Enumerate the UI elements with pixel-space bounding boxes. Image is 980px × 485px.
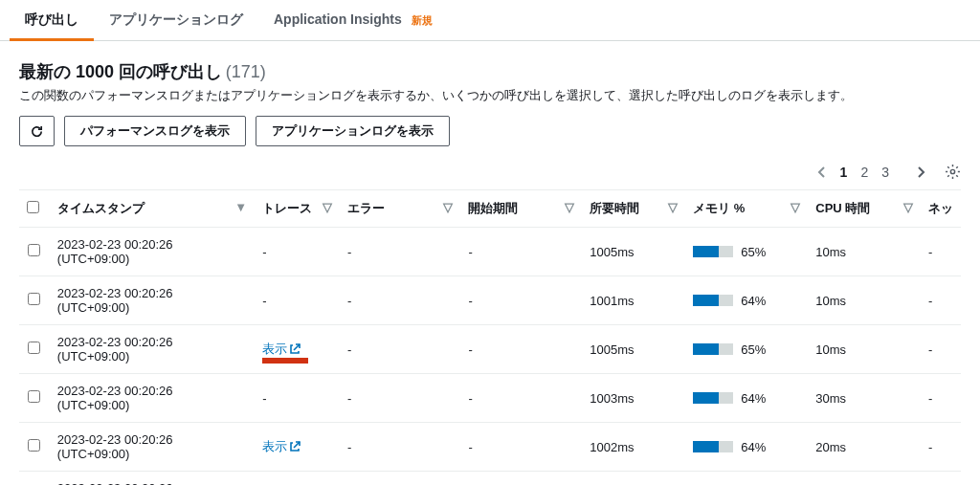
row-checkbox[interactable] xyxy=(28,439,40,452)
row-checkbox[interactable] xyxy=(28,293,40,305)
caret-down-icon: ▽ xyxy=(903,200,913,214)
cell-network: - xyxy=(921,325,961,374)
cell-trace: - xyxy=(255,472,340,486)
caret-down-icon: ▽ xyxy=(791,200,800,214)
tab-invocations[interactable]: 呼び出し xyxy=(10,0,94,40)
new-badge: 新規 xyxy=(412,14,433,26)
select-all-checkbox[interactable] xyxy=(27,201,39,213)
cell-network: - xyxy=(921,374,961,423)
caret-down-icon: ▽ xyxy=(565,200,574,214)
cell-start: - xyxy=(460,472,582,486)
memory-value: 65% xyxy=(741,245,766,259)
cell-trace: - xyxy=(255,228,340,276)
memory-bar xyxy=(693,295,733,306)
tabs: 呼び出し アプリケーションログ Application Insights 新規 xyxy=(0,0,980,41)
page-1[interactable]: 1 xyxy=(840,165,848,180)
trace-link[interactable]: 表示 xyxy=(262,438,301,455)
cell-duration: 1003ms xyxy=(582,374,685,423)
invocations-table: タイムスタンプ▼ トレース▽ エラー▽ 開始期間▽ 所要時間▽ メモリ %▽ C… xyxy=(19,189,961,485)
col-select-all[interactable] xyxy=(19,190,50,228)
memory-bar xyxy=(693,246,733,257)
cell-timestamp: 2023-02-23 00:20:26 (UTC+09:00) xyxy=(50,276,255,325)
cell-duration: 1003ms xyxy=(582,472,685,486)
cell-trace: - xyxy=(255,374,340,423)
cell-duration: 1005ms xyxy=(582,325,685,374)
page-next[interactable] xyxy=(916,165,925,179)
page-3[interactable]: 3 xyxy=(881,165,889,180)
pagination: 123 xyxy=(19,158,961,189)
memory-value: 65% xyxy=(741,342,766,357)
col-memory[interactable]: メモリ %▽ xyxy=(685,190,808,228)
caret-down-icon: ▽ xyxy=(323,200,332,214)
row-checkbox[interactable] xyxy=(28,390,40,403)
page-subtitle: この関数のパフォーマンスログまたはアプリケーションログを表示するか、いくつかの呼… xyxy=(19,87,961,104)
chevron-left-icon xyxy=(817,165,827,179)
cell-error: - xyxy=(340,374,460,423)
cell-error: - xyxy=(340,472,460,486)
col-network[interactable]: ネッ xyxy=(921,190,961,228)
col-start[interactable]: 開始期間▽ xyxy=(460,190,582,228)
table-row: 2023-02-23 00:20:26 (UTC+09:00)---1005ms… xyxy=(19,228,961,276)
caret-down-icon: ▽ xyxy=(443,200,453,214)
cell-cpu: 10ms xyxy=(808,325,921,374)
table-row: 2023-02-23 00:20:26 (UTC+09:00)---1001ms… xyxy=(19,276,961,325)
chevron-right-icon xyxy=(916,165,925,179)
cell-network: - xyxy=(921,276,961,325)
caret-down-icon: ▼ xyxy=(234,200,247,214)
cell-network: - xyxy=(921,228,961,276)
trace-link[interactable]: 表示 xyxy=(262,341,301,358)
cell-cpu: 10ms xyxy=(808,276,921,325)
cell-duration: 1005ms xyxy=(582,228,685,276)
memory-value: 64% xyxy=(741,391,766,406)
memory-bar xyxy=(693,392,733,404)
cell-memory: 64% xyxy=(685,472,808,486)
col-timestamp[interactable]: タイムスタンプ▼ xyxy=(50,190,255,228)
cell-timestamp: 2023-02-23 00:20:26 (UTC+09:00) xyxy=(50,472,255,486)
page-title-row: 最新の 1000 回の呼び出し (171) xyxy=(19,60,961,83)
settings-button[interactable] xyxy=(939,164,961,180)
external-link-icon xyxy=(289,441,301,452)
col-duration[interactable]: 所要時間▽ xyxy=(582,190,685,228)
row-checkbox[interactable] xyxy=(28,244,40,256)
tab-insights[interactable]: Application Insights 新規 xyxy=(258,0,448,40)
cell-error: - xyxy=(340,325,460,374)
cell-error: - xyxy=(340,276,460,325)
cell-timestamp: 2023-02-23 00:20:26 (UTC+09:00) xyxy=(50,228,255,276)
tab-app-logs[interactable]: アプリケーションログ xyxy=(94,0,258,40)
memory-bar xyxy=(693,343,733,355)
cell-timestamp: 2023-02-23 00:20:26 (UTC+09:00) xyxy=(50,423,255,472)
page-title: 最新の 1000 回の呼び出し xyxy=(19,62,222,81)
page-prev[interactable] xyxy=(817,165,827,179)
table-row: 2023-02-23 00:20:26 (UTC+09:00)---1003ms… xyxy=(19,472,961,486)
cell-duration: 1001ms xyxy=(582,276,685,325)
page-2[interactable]: 2 xyxy=(860,165,868,180)
col-trace[interactable]: トレース▽ xyxy=(255,190,340,228)
memory-value: 64% xyxy=(741,440,766,454)
tab-insights-label: Application Insights xyxy=(274,11,402,27)
refresh-icon xyxy=(30,124,44,139)
cell-memory: 64% xyxy=(685,374,808,423)
external-link-icon xyxy=(289,343,301,355)
cell-start: - xyxy=(460,228,582,276)
cell-cpu: 30ms xyxy=(808,374,921,423)
refresh-button[interactable] xyxy=(19,116,55,146)
col-cpu[interactable]: CPU 時間▽ xyxy=(808,190,921,228)
cell-start: - xyxy=(460,276,582,325)
cell-network: - xyxy=(921,472,961,486)
cell-duration: 1002ms xyxy=(582,423,685,472)
cell-memory: 64% xyxy=(685,423,808,472)
cell-start: - xyxy=(460,374,582,423)
col-error[interactable]: エラー▽ xyxy=(340,190,460,228)
cell-start: - xyxy=(460,325,582,374)
gear-icon xyxy=(945,164,961,180)
app-logs-button[interactable]: アプリケーションログを表示 xyxy=(256,116,450,146)
caret-down-icon: ▽ xyxy=(668,200,678,214)
cell-network: - xyxy=(921,423,961,472)
row-checkbox[interactable] xyxy=(28,342,40,354)
cell-trace: 表示 xyxy=(255,325,340,374)
cell-error: - xyxy=(340,228,460,276)
perf-logs-button[interactable]: パフォーマンスログを表示 xyxy=(64,116,246,146)
cell-timestamp: 2023-02-23 00:20:26 (UTC+09:00) xyxy=(50,325,255,374)
table-row: 2023-02-23 00:20:26 (UTC+09:00)---1003ms… xyxy=(19,374,961,423)
page-title-count: (171) xyxy=(226,62,266,81)
